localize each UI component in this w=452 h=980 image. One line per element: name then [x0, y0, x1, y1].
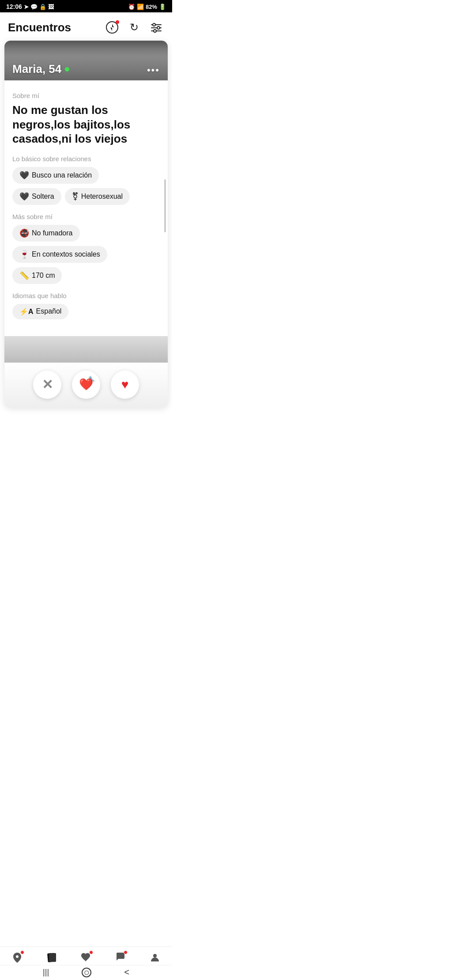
image-icon: 🖼 — [48, 4, 54, 10]
tag-espanol: ⚡A Español — [12, 304, 68, 319]
status-right: ⏰ 📶 82% 🔋 — [128, 4, 166, 10]
profile-overlay: Maria, 54 ••• — [4, 49, 168, 80]
about-tags-3: 📏 170 cm — [12, 267, 160, 284]
tag-label: Heterosexual — [81, 193, 123, 201]
about-tags-2: 🍷 En contextos sociales — [12, 246, 160, 263]
gender-icon: ⚧ — [72, 192, 79, 201]
tag-height: 📏 170 cm — [12, 267, 62, 284]
section3-label: Idiomas que hablo — [12, 292, 160, 299]
bio-text: No me gustan los negros,los bajitos,los … — [12, 103, 160, 146]
profile-image: Maria, 54 ••• — [4, 41, 168, 80]
tag-soltera: 🖤 Soltera — [12, 188, 61, 205]
alarm-icon: ⏰ — [128, 4, 135, 10]
profile-name: Maria, 54 — [12, 62, 61, 76]
scrollbar[interactable] — [164, 179, 166, 232]
language-icon: ⚡A — [19, 307, 34, 316]
tag-heterosexual: ⚧ Heterosexual — [65, 188, 130, 205]
heart-black-icon: 🖤 — [19, 170, 29, 180]
section2-label: Más sobre mí — [12, 213, 160, 220]
tag-label: Busco una relación — [32, 171, 92, 179]
boost-button[interactable] — [104, 19, 120, 35]
profile-card: Maria, 54 ••• Sobre mí No me gustan los … — [4, 41, 168, 408]
battery-text: 82% — [146, 4, 157, 10]
message-icon: 💬 — [30, 4, 38, 10]
svg-point-6 — [157, 26, 160, 29]
about-tags: 🚭 No fumadora — [12, 225, 160, 242]
like-button[interactable]: ♥ — [111, 371, 139, 399]
status-left: 12:06 ➤ 💬 🔒 🖼 — [6, 3, 54, 10]
no-smoking-icon: 🚭 — [19, 228, 29, 238]
status-time: 12:06 — [6, 3, 22, 10]
tag-label: 170 cm — [32, 272, 55, 280]
status-bar: 12:06 ➤ 💬 🔒 🖼 ⏰ 📶 82% 🔋 — [0, 0, 172, 12]
location-icon: ➤ — [24, 4, 29, 10]
svg-point-5 — [153, 23, 155, 26]
lock-icon: 🔒 — [39, 4, 46, 10]
svg-point-7 — [154, 30, 156, 32]
card-bg-footer — [4, 336, 168, 363]
refresh-button[interactable]: ↺ — [126, 19, 142, 35]
header-actions: ↺ — [104, 19, 164, 35]
dislike-button[interactable]: ✕ — [33, 371, 61, 399]
profile-name-area: Maria, 54 — [12, 62, 69, 76]
svg-marker-1 — [110, 24, 114, 31]
superlike-button[interactable]: ❤️ 🔧 — [72, 371, 100, 399]
battery-icon: 🔋 — [159, 4, 166, 10]
action-buttons-row: ✕ ❤️ 🔧 ♥ — [4, 363, 168, 408]
relationship-tags: 🖤 Busco una relación — [12, 167, 160, 184]
sobre-mi-label: Sobre mí — [12, 92, 160, 99]
page-title: Encuentros — [8, 21, 71, 34]
language-tags: ⚡A Español — [12, 304, 160, 319]
page-header: Encuentros ↺ — [0, 12, 172, 41]
more-options-button[interactable]: ••• — [147, 64, 160, 76]
tag-label: Soltera — [32, 193, 54, 201]
tag-label: No fumadora — [32, 229, 73, 237]
heart-black-icon-2: 🖤 — [19, 192, 29, 201]
tag-label: Español — [36, 307, 62, 315]
wifi-icon: 📶 — [137, 4, 144, 10]
tag-drink: 🍷 En contextos sociales — [12, 246, 107, 263]
boost-notification-dot — [116, 20, 119, 24]
relationship-tags-2: 🖤 Soltera ⚧ Heterosexual — [12, 188, 160, 205]
wine-icon: 🍷 — [19, 250, 29, 259]
filter-button[interactable] — [148, 19, 164, 35]
tag-no-fumadora: 🚭 No fumadora — [12, 225, 80, 242]
section1-label: Lo básico sobre relaciones — [12, 155, 160, 163]
profile-card-content: Sobre mí No me gustan los negros,los baj… — [4, 80, 168, 328]
tag-label: En contextos sociales — [32, 250, 100, 258]
online-indicator — [65, 67, 69, 72]
tag-busco-relacion: 🖤 Busco una relación — [12, 167, 99, 184]
ruler-icon: 📏 — [19, 271, 29, 280]
